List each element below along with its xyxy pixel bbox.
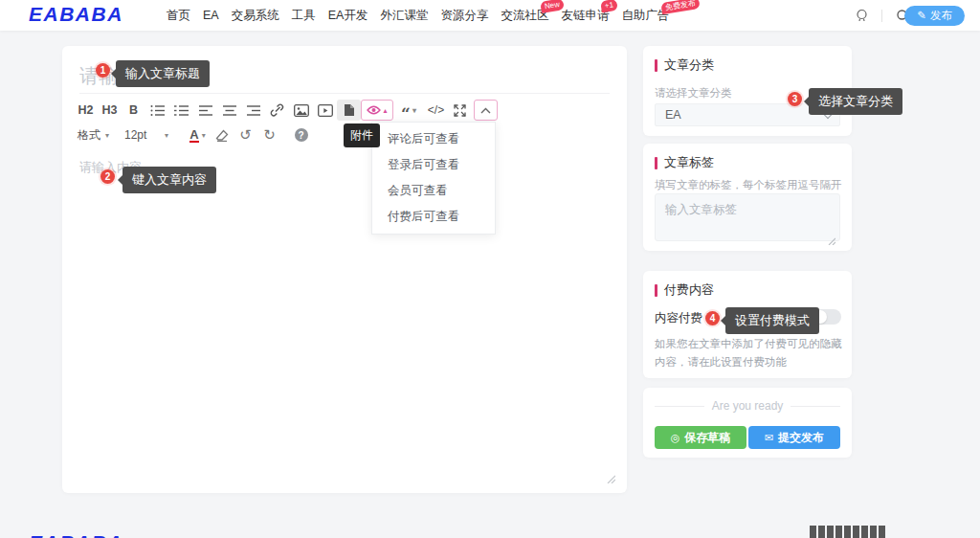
nav-item-resources[interactable]: 资源分享: [440, 8, 488, 24]
heading2-button[interactable]: H2: [74, 100, 98, 121]
align-center-icon[interactable]: [217, 100, 241, 121]
pencil-icon: ✎: [917, 9, 926, 22]
nav-item-ea-dev[interactable]: EA开发: [328, 8, 368, 24]
nav-divider: [881, 10, 882, 22]
article-editor-card: H2 H3 B ▴: [62, 46, 627, 493]
fullscreen-icon[interactable]: [448, 100, 472, 121]
step-3-tooltip: 选择文章分类: [809, 88, 902, 115]
attachment-file-button[interactable]: [337, 100, 361, 121]
ready-text: Are you ready: [655, 399, 840, 413]
accent-bar: [655, 59, 657, 72]
paid-toggle-label: 内容付费: [655, 310, 702, 326]
step-2-tooltip: 键入文章内容: [122, 167, 216, 193]
paid-card-title: 付费内容: [655, 281, 714, 299]
caret-up-icon: ▴: [383, 106, 387, 115]
category-hint: 请选择文章分类: [655, 86, 732, 101]
video-embed-icon[interactable]: [313, 100, 337, 121]
caret-down-icon: ▾: [412, 109, 416, 118]
tags-card: 文章标签 填写文章的标签，每个标签用逗号隔开: [643, 144, 852, 251]
clear-format-eraser-icon[interactable]: [210, 124, 234, 146]
caret-down-icon: ▾: [202, 131, 206, 140]
menu-item-view-after-pay[interactable]: 付费后可查看: [372, 204, 495, 230]
bullet-list-icon[interactable]: [145, 100, 169, 121]
heading3-button[interactable]: H3: [98, 100, 122, 121]
link-icon[interactable]: [265, 100, 289, 121]
step-4-badge: 4: [705, 311, 720, 325]
code-button[interactable]: </>: [424, 100, 448, 121]
step-1-badge: 1: [96, 63, 110, 78]
paid-description: 如果您在文章中添加了付费可见的隐藏内容，请在此设置付费功能: [655, 335, 842, 371]
friend-links-badge: +1: [601, 0, 619, 12]
step-2-badge: 2: [100, 169, 115, 184]
publish-actions-card: Are you ready ◎ 保存草稿 ✉ 提交发布: [643, 388, 852, 458]
quote-icon: “: [401, 111, 411, 118]
nav-item-self-ads[interactable]: 自助广告免费发布: [621, 8, 669, 24]
publish-button[interactable]: ✎ 发布: [904, 6, 965, 26]
bold-button[interactable]: B: [122, 100, 145, 121]
visibility-dropdown-menu: 评论后可查看 登录后可查看 会员可查看 付费后可查看: [371, 122, 496, 235]
attachment-tooltip: 附件: [344, 123, 380, 147]
footer-text-fragment: [810, 526, 886, 538]
nav-item-tools[interactable]: 工具: [292, 8, 316, 24]
navbar-right: ✎ 发布: [853, 0, 911, 31]
tags-resize-handle[interactable]: [828, 232, 835, 249]
nav-item-friend-links[interactable]: 友链申请+1: [561, 8, 609, 24]
action-buttons-row: ◎ 保存草稿 ✉ 提交发布: [655, 426, 840, 449]
save-draft-button[interactable]: ◎ 保存草稿: [655, 426, 746, 449]
menu-item-view-after-comment[interactable]: 评论后可查看: [372, 126, 495, 152]
font-size-dropdown[interactable]: 12pt ▾: [121, 128, 172, 142]
site-logo[interactable]: EABABA: [29, 3, 123, 26]
editor-resize-handle[interactable]: [606, 470, 615, 487]
editor-toolbar-row2: 格式 ▾ 12pt ▾ A ▾ ↺ ↻ ?: [74, 124, 313, 146]
font-color-button[interactable]: A ▾: [186, 124, 210, 146]
self-ads-badge: 免费发布: [661, 0, 701, 14]
nav-item-trading-system[interactable]: 交易系统: [232, 8, 279, 24]
nav-item-ea[interactable]: EA: [203, 9, 219, 22]
image-icon[interactable]: [289, 100, 313, 121]
main-nav: 首页 EA 交易系统 工具 EA开发 外汇课堂 资源分享 交流社区New 友链申…: [167, 0, 669, 31]
collapse-toolbar-button[interactable]: [474, 100, 498, 121]
target-icon: ◎: [671, 432, 680, 444]
nav-item-home[interactable]: 首页: [167, 8, 190, 24]
visibility-eye-button[interactable]: ▴: [361, 100, 393, 121]
lamp-icon[interactable]: [853, 7, 870, 24]
top-navbar: EABABA 首页 EA 交易系统 工具 EA开发 外汇课堂 资源分享 交流社区…: [0, 0, 980, 31]
step-4-tooltip: 设置付费模式: [725, 307, 819, 334]
undo-icon[interactable]: ↺: [234, 124, 257, 146]
step-1-tooltip: 输入文章标题: [116, 60, 210, 87]
step-3-badge: 3: [788, 92, 802, 106]
menu-item-view-after-login[interactable]: 登录后可查看: [372, 152, 495, 178]
nav-item-forex-class[interactable]: 外汇课堂: [380, 8, 428, 24]
menu-item-view-members-only[interactable]: 会员可查看: [372, 178, 495, 204]
align-left-icon[interactable]: [193, 100, 217, 121]
tags-hint: 填写文章的标签，每个标签用逗号隔开: [655, 178, 842, 192]
category-card-title: 文章分类: [655, 56, 714, 74]
envelope-icon: ✉: [765, 432, 773, 444]
footer-logo: EABABA: [29, 531, 123, 538]
blockquote-button[interactable]: “ ▾: [393, 100, 424, 121]
tags-input[interactable]: [655, 193, 840, 241]
format-dropdown[interactable]: 格式 ▾: [74, 127, 113, 144]
tags-card-title: 文章标签: [655, 154, 714, 171]
caret-down-icon: ▾: [165, 131, 168, 140]
editor-toolbar-row1: H2 H3 B ▴: [74, 99, 498, 122]
help-icon[interactable]: ?: [289, 124, 313, 146]
accent-bar: [655, 157, 657, 169]
caret-down-icon: ▾: [105, 131, 109, 140]
title-divider: [79, 93, 610, 94]
submit-publish-button[interactable]: ✉ 提交发布: [748, 426, 840, 449]
numbered-list-icon[interactable]: [169, 100, 193, 121]
accent-bar: [655, 284, 657, 297]
redo-icon[interactable]: ↻: [257, 124, 281, 146]
nav-item-community[interactable]: 交流社区New: [501, 8, 548, 24]
align-right-icon[interactable]: [241, 100, 265, 121]
